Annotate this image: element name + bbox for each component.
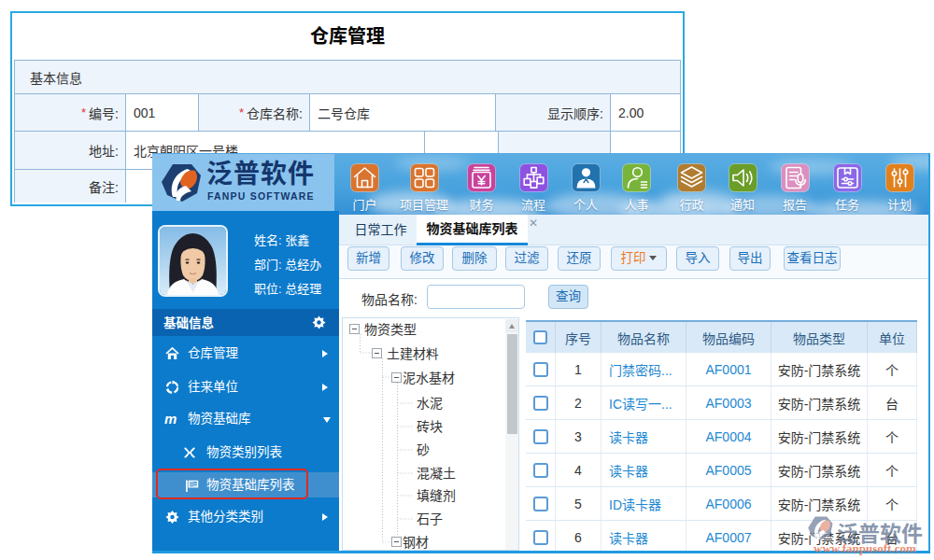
svg-text:m: m	[164, 413, 177, 427]
